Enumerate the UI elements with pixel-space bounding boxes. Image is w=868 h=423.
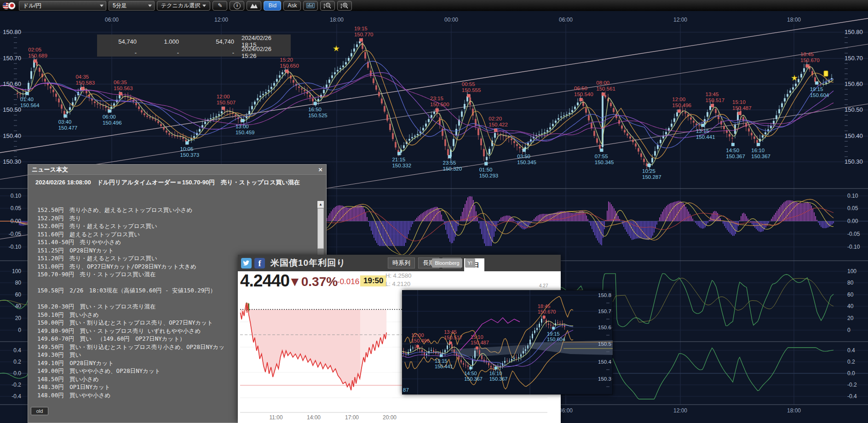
news-line: 151.40-50円 売りやや小さめ: [37, 238, 311, 246]
axis-label: 150.345: [517, 160, 536, 165]
news-line: 152.00円 売り・超えるとストップロス買い: [37, 222, 311, 230]
facebook-icon[interactable]: f: [254, 258, 265, 269]
technical-select-button[interactable]: テクニカル選択: [157, 1, 210, 11]
axis-label: 19:15: [354, 26, 368, 31]
axis-label: 16:10: [489, 371, 502, 376]
axis-label: 00:55: [462, 81, 475, 87]
axis-label: 150.459: [236, 130, 255, 135]
swing-annotation: 23:15150.500: [430, 96, 449, 111]
swing-annotation: 19:15150.770: [354, 26, 374, 41]
timeframe-select[interactable]: 5分足: [109, 1, 155, 11]
axis-label: 150.7: [598, 309, 611, 314]
axis-label: 100: [847, 268, 857, 274]
close-icon[interactable]: ×: [318, 166, 322, 173]
axis-label: 150.564: [20, 103, 40, 108]
technical-label: テクニカル選択: [161, 2, 200, 10]
axis-label: 150.561: [596, 86, 615, 91]
inset-chart-window[interactable]: 150.8150.7150.6150.5150.4150.38712:00150…: [402, 290, 613, 394]
axis-label: 150.441: [696, 134, 715, 140]
info-cell: 54,740: [97, 38, 139, 45]
zoom-out-icon: [323, 2, 332, 9]
swing-annotation: 13:45150.517: [706, 91, 725, 107]
scroll-up-arrow-icon[interactable]: ▲: [317, 201, 324, 208]
axis-label: 23:55: [443, 160, 456, 166]
info-button[interactable]: i: [230, 1, 244, 11]
old-button[interactable]: old: [31, 407, 48, 415]
axis-label: 20: [847, 315, 854, 321]
swing-annotation: 03:40150.477: [58, 114, 78, 131]
yield-axis-hint: 4.27: [539, 283, 548, 288]
axis-label: 150.670: [800, 57, 820, 63]
swing-annotation: 16:10150.367: [751, 143, 770, 159]
zoom-out-button[interactable]: [320, 1, 335, 11]
axis-label: 12:00: [217, 94, 230, 99]
trading-app: 06:0012:0018:0000:0006:0012:0018:0006:00…: [0, 0, 868, 423]
axis-label: 0.4: [13, 347, 21, 354]
axis-label: 0.0: [13, 370, 21, 377]
swing-annotation: 10:05150.373: [180, 142, 200, 158]
yield-tab-時系列[interactable]: 時系列: [388, 257, 415, 269]
news-window-titlebar[interactable]: ニュース本文 ×: [28, 165, 326, 175]
axis-label: 11:00: [269, 414, 282, 421]
axis-label: 0.0: [847, 370, 855, 377]
axis-label: 00:00: [444, 17, 458, 23]
axis-label: 150.40: [845, 132, 863, 139]
axis-label: 02:05: [28, 47, 41, 52]
axis-label: 15:10: [732, 99, 746, 105]
pencil-icon: ✎: [218, 2, 222, 9]
axis-label: 150.80: [3, 29, 21, 35]
ask-button[interactable]: Ask: [283, 1, 301, 11]
price-flag-icon[interactable]: [824, 71, 828, 76]
axis-label: 150.477: [58, 125, 78, 131]
axis-label: 10:25: [642, 168, 655, 174]
twitter-icon[interactable]: [241, 258, 252, 269]
volume-display-button[interactable]: [303, 1, 318, 11]
axis-label: 150.287: [642, 174, 661, 180]
axis-label: 150.496: [672, 103, 691, 108]
info-cell-date: 2024/02/26 15:26: [237, 46, 291, 59]
axis-label: 150.367: [464, 376, 483, 382]
axis-label: 0.2: [13, 359, 21, 365]
pair-select[interactable]: ドル/円: [19, 1, 106, 11]
axis-label: 40: [15, 303, 22, 309]
pair-label: ドル/円: [23, 2, 41, 9]
chevron-down-icon: [100, 5, 103, 7]
axis-label: 150.650: [280, 63, 299, 69]
axis-label: -0.4: [847, 393, 857, 400]
axis-label: -0.2: [11, 382, 21, 388]
swing-annotation: 23:55150.320: [443, 155, 462, 171]
axis-label: 0.05: [847, 205, 858, 212]
swing-annotation: 21:15150.332: [392, 152, 411, 168]
scroll-thumb[interactable]: [317, 208, 324, 249]
axis-label: 150.689: [28, 53, 47, 58]
source-button-Y![interactable]: Y!: [465, 258, 475, 268]
swing-annotation: 04:35150.583: [75, 74, 95, 90]
event-star-icon: ★: [791, 74, 798, 82]
axis-label: 150.50: [3, 106, 21, 113]
axis-label: 60: [847, 292, 854, 298]
info-cell: -: [139, 49, 182, 56]
swing-annotation: 02:05150.689: [28, 47, 47, 63]
axis-label: 150.4: [598, 359, 611, 365]
axis-label: 06:00: [559, 17, 573, 23]
news-line: 152.20円 売り: [37, 214, 311, 223]
axis-label: 20:00: [383, 414, 397, 421]
zoom-in-button[interactable]: [337, 1, 352, 11]
bid-button[interactable]: Bid: [264, 1, 281, 11]
axis-label: 06:00: [559, 407, 573, 414]
info-row: 54,740 1.000 54,740 2024/02/26 18:15: [97, 34, 291, 46]
chevron-down-icon: [202, 5, 206, 7]
axis-label: 150.367: [489, 376, 508, 382]
swing-annotation: 06:35150.563: [114, 80, 133, 95]
axis-label: 08:00: [596, 80, 609, 86]
axis-label: 150.583: [75, 80, 95, 86]
axis-label: 02:20: [489, 116, 502, 121]
axis-label: 16:50: [308, 107, 322, 112]
draw-pencil-button[interactable]: ✎: [213, 1, 227, 11]
axis-label: 14:50: [464, 371, 477, 376]
source-button-Bloomberg[interactable]: Bloomberg: [432, 258, 462, 268]
axis-label: 18:00: [787, 407, 801, 414]
chart-style-button[interactable]: [247, 1, 261, 11]
swing-annotation: 14:50150.367: [726, 143, 745, 159]
axis-label: -0.05: [9, 231, 22, 237]
